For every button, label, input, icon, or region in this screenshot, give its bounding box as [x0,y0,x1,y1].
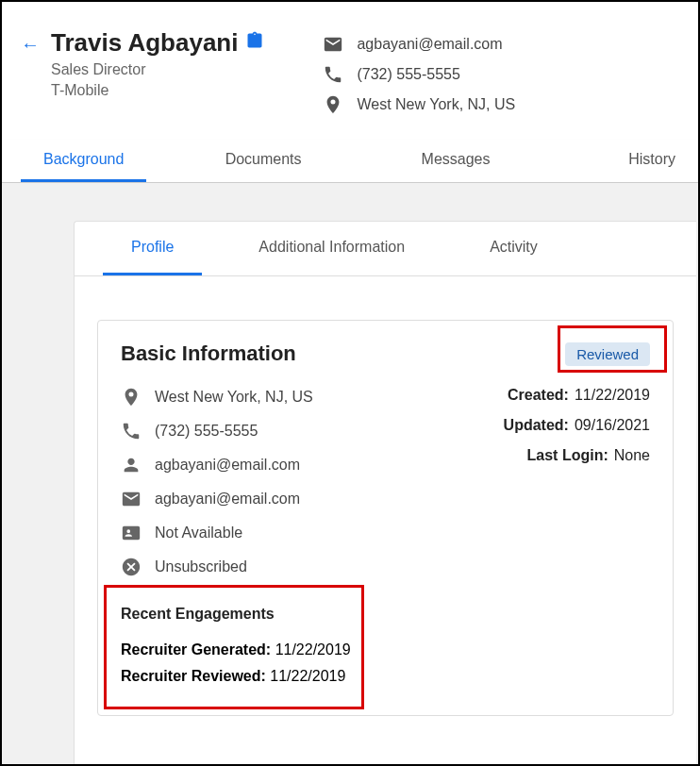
info-phone-text: (732) 555-5555 [155,423,258,440]
info-person-email-text: agbayani@email.com [155,457,300,474]
tab-background[interactable]: Background [21,140,146,182]
engagements-title: Recent Engagements [121,606,650,623]
subtab-profile[interactable]: Profile [103,222,202,275]
back-arrow-icon[interactable]: ← [21,34,40,56]
tab-documents[interactable]: Documents [203,140,325,182]
info-card: Not Available [121,523,475,543]
meta-updated-label: Updated: [504,417,569,434]
sub-tabs: Profile Additional Information Activity [75,222,696,276]
info-email-text: agbayani@email.com [155,491,300,508]
info-person-email: agbayani@email.com [121,455,475,475]
meta-last-login-val: None [614,447,650,464]
id-card-icon [121,523,142,543]
header: ← Travis Agbayani Sales Director T-Mobil… [2,2,698,115]
info-location-text: West New York, NJ, US [155,389,313,406]
person-title: Sales Director [51,61,264,78]
basic-info-right: Created: 11/22/2019 Updated: 09/16/2021 … [504,387,650,577]
profile-card: Profile Additional Information Activity … [74,221,696,766]
engagement-reviewed: Recruiter Reviewed: 11/22/2019 [121,668,650,685]
tab-history[interactable]: History [606,140,698,182]
person-company: T-Mobile [51,82,264,99]
phone-icon [323,64,343,85]
person-name: Travis Agbayani [51,28,238,58]
contact-location-text: West New York, NJ, US [357,96,515,113]
contact-phone[interactable]: (732) 555-5555 [323,64,515,85]
reviewed-badge[interactable]: Reviewed [565,342,650,366]
info-card-text: Not Available [155,525,242,541]
tab-messages[interactable]: Messages [399,140,513,182]
info-subscription-text: Unsubscribed [155,558,247,575]
meta-updated-val: 09/16/2021 [575,417,650,434]
contact-location[interactable]: West New York, NJ, US [323,94,515,115]
basic-info-title: Basic Information [121,341,296,366]
basic-info-left: West New York, NJ, US (732) 555-5555 agb… [121,387,475,577]
subtab-activity[interactable]: Activity [461,222,566,275]
contact-email-text: agbayani@email.com [357,36,502,53]
info-subscription: Unsubscribed [121,557,475,577]
engagement-reviewed-val: 11/22/2019 [270,668,345,684]
basic-info-card: Basic Information Reviewed West New York… [97,320,674,716]
meta-last-login-label: Last Login: [527,447,608,464]
engagement-generated: Recruiter Generated: 11/22/2019 [121,641,650,658]
contact-block: agbayani@email.com (732) 555-5555 West N… [323,34,515,115]
phone-icon [121,421,142,441]
contact-phone-text: (732) 555-5555 [357,66,459,83]
location-icon [121,387,142,408]
email-icon [121,489,142,509]
meta-created-val: 11/22/2019 [575,387,650,404]
engagement-reviewed-label: Recruiter Reviewed: [121,668,266,684]
main-tabs: Background Documents Messages History [2,140,698,183]
engagement-generated-val: 11/22/2019 [275,641,351,658]
info-location: West New York, NJ, US [121,387,475,408]
location-icon [323,94,343,115]
person-icon [121,455,142,475]
content-area: Profile Additional Information Activity … [2,183,698,766]
subtab-additional[interactable]: Additional Information [230,222,433,275]
engagement-generated-label: Recruiter Generated: [121,641,271,658]
info-email: agbayani@email.com [121,489,475,509]
cancel-icon [121,557,142,577]
info-phone: (732) 555-5555 [121,421,475,441]
meta-created-label: Created: [508,387,569,404]
recent-engagements: Recent Engagements Recruiter Generated: … [121,606,650,685]
person-summary: Travis Agbayani Sales Director T-Mobile [51,28,264,99]
meta-last-login: Last Login: None [504,447,650,464]
clipboard-icon[interactable] [245,31,264,55]
meta-updated: Updated: 09/16/2021 [504,417,650,434]
email-icon [323,34,343,55]
contact-email[interactable]: agbayani@email.com [323,34,515,55]
meta-created: Created: 11/22/2019 [504,387,650,404]
